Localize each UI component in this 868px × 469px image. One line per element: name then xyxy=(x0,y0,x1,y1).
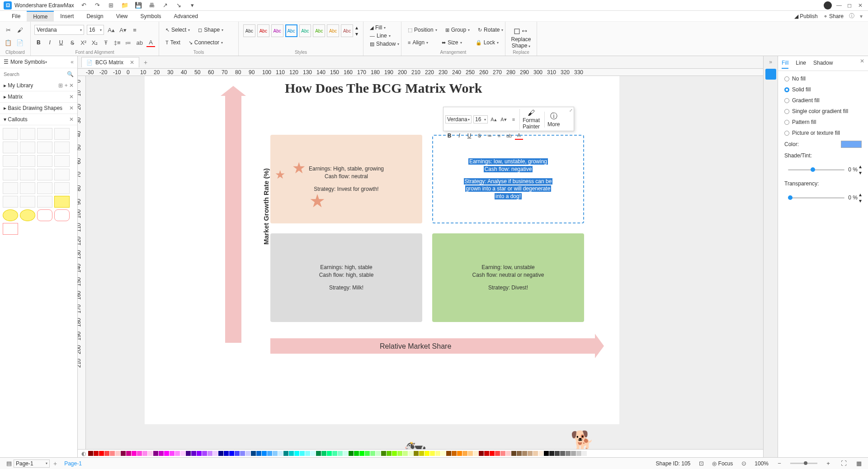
shape-thumb[interactable] xyxy=(20,209,35,221)
menu-view[interactable]: View xyxy=(110,11,134,21)
color-swatch[interactable] xyxy=(332,451,337,456)
rotate-button[interactable]: ↻ Rotate▾ xyxy=(475,26,506,34)
color-swatch[interactable] xyxy=(180,451,185,456)
color-swatch[interactable] xyxy=(425,451,429,456)
color-swatch[interactable] xyxy=(370,451,375,456)
open-icon[interactable]: 📁 xyxy=(120,1,129,10)
color-swatch[interactable] xyxy=(484,451,489,456)
x-axis-label[interactable]: Relative Market Share xyxy=(380,342,451,351)
color-swatch[interactable] xyxy=(587,451,592,456)
page-select[interactable]: Page-1▾ xyxy=(14,460,50,468)
styles-gallery[interactable]: Abc Abc Abc Abc Abc Abc Abc Abc ▴▾ xyxy=(242,24,359,38)
share-button[interactable]: ⚬ Share xyxy=(823,13,844,19)
color-swatch[interactable] xyxy=(88,451,93,456)
color-swatch[interactable] xyxy=(104,451,109,456)
color-swatch[interactable] xyxy=(300,451,305,456)
ft-increase-icon[interactable]: A▴ xyxy=(490,115,498,123)
connector-button[interactable]: ↘ Connector ▾ xyxy=(186,38,226,47)
subscript-icon[interactable]: X₂ xyxy=(90,38,99,47)
shape-thumb[interactable] xyxy=(37,155,52,167)
style-8[interactable]: Abc xyxy=(341,24,353,37)
radio-solid-fill[interactable]: Solid fill xyxy=(784,86,862,93)
color-swatch[interactable] xyxy=(343,451,348,456)
quadrant-question[interactable]: Earnings: low, unstable, growing Cash fl… xyxy=(432,135,584,223)
color-swatch[interactable] xyxy=(403,451,408,456)
shape-thumb[interactable] xyxy=(3,182,18,194)
ft-size[interactable]: 16▾ xyxy=(473,115,488,123)
color-swatch[interactable] xyxy=(311,451,316,456)
shape-thumb[interactable] xyxy=(37,142,52,153)
shade-up-icon[interactable]: ▴ xyxy=(859,163,862,170)
color-swatch[interactable] xyxy=(560,451,565,456)
my-library-section[interactable]: ▸ My Library⊞ + ✕ xyxy=(0,80,77,91)
color-swatch[interactable] xyxy=(294,451,299,456)
color-swatch[interactable] xyxy=(327,451,332,456)
zoom-out-icon[interactable]: − xyxy=(775,459,784,468)
shape-thumb[interactable] xyxy=(54,209,70,221)
color-swatch[interactable] xyxy=(213,451,218,456)
color-swatch[interactable] xyxy=(365,451,370,456)
size-select[interactable]: 16▾ xyxy=(87,25,104,35)
color-swatch[interactable] xyxy=(186,451,191,456)
y-axis-label[interactable]: Market Growth Rate (%) xyxy=(262,168,270,245)
color-swatch[interactable] xyxy=(338,451,343,456)
shape-thumb[interactable] xyxy=(20,128,35,140)
style-7[interactable]: Abc xyxy=(327,24,339,37)
shape-thumb[interactable] xyxy=(20,196,35,208)
color-swatch[interactable] xyxy=(289,451,294,456)
expand-right-icon[interactable]: » xyxy=(769,59,772,65)
menu-advanced[interactable]: Advanced xyxy=(168,11,204,21)
tab-shadow[interactable]: Shadow xyxy=(813,58,833,69)
color-swatch[interactable] xyxy=(397,451,402,456)
italic-icon[interactable]: I xyxy=(46,38,54,47)
color-swatch[interactable] xyxy=(462,451,467,456)
shape-thumb[interactable] xyxy=(54,155,70,167)
shape-thumb[interactable] xyxy=(3,196,18,208)
color-swatch[interactable] xyxy=(490,451,495,456)
menu-file[interactable]: File xyxy=(5,11,27,21)
linespacing-icon[interactable]: ‡≡ xyxy=(113,38,122,47)
color-swatch[interactable] xyxy=(170,451,175,456)
shape-thumb[interactable] xyxy=(3,169,18,180)
shape-thumb[interactable] xyxy=(20,182,35,194)
color-bar[interactable]: ◐ xyxy=(78,449,763,457)
bold-icon[interactable]: B xyxy=(34,38,43,47)
color-swatch[interactable] xyxy=(441,451,446,456)
color-swatch[interactable] xyxy=(500,451,505,456)
color-swatch[interactable] xyxy=(506,451,511,456)
color-swatch[interactable] xyxy=(159,451,164,456)
search-input[interactable] xyxy=(4,71,67,77)
shape-thumb[interactable] xyxy=(54,128,70,140)
color-picker-icon[interactable]: ◐ xyxy=(81,450,86,457)
font-color-icon[interactable]: A xyxy=(146,38,155,47)
y-axis-arrow[interactable] xyxy=(225,94,241,343)
ft-pin-icon[interactable]: ⤢ xyxy=(569,108,573,113)
shade-slider[interactable] xyxy=(788,169,844,171)
export-icon[interactable]: ↗ xyxy=(161,1,170,10)
more-qat-icon[interactable]: ▾ xyxy=(188,1,197,10)
quadrant-cows[interactable]: Earnings: high, stable Cash flow: high, … xyxy=(270,233,422,322)
color-swatch[interactable] xyxy=(414,451,419,456)
radio-single-gradient[interactable]: Single color gradient fill xyxy=(784,108,862,114)
color-swatch[interactable] xyxy=(549,451,554,456)
ft-strike-icon[interactable]: S̶ xyxy=(475,132,483,140)
color-swatch[interactable] xyxy=(479,451,484,456)
color-swatch[interactable] xyxy=(175,451,180,456)
size-button[interactable]: ⬌ Size▾ xyxy=(439,38,464,47)
quadrant-stars[interactable]: Earnings: High, stable, growing Cash flo… xyxy=(270,135,422,223)
color-swatch[interactable] xyxy=(94,451,99,456)
ft-color-icon[interactable]: A xyxy=(515,132,523,140)
style-6[interactable]: Abc xyxy=(313,24,325,37)
shape-thumb[interactable] xyxy=(20,169,35,180)
menu-insert[interactable]: Insert xyxy=(54,11,80,21)
format-painter-icon[interactable]: 🖌 xyxy=(15,25,24,34)
color-swatch[interactable] xyxy=(517,451,522,456)
color-swatch[interactable] xyxy=(110,451,115,456)
color-swatch[interactable] xyxy=(164,451,169,456)
diagram-title[interactable]: How Does The BCG Matrix Work xyxy=(285,81,482,96)
zoom-slider[interactable] xyxy=(790,463,817,464)
canvas[interactable]: How Does The BCG Matrix Work Market Grow… xyxy=(86,76,763,449)
color-swatch[interactable] xyxy=(359,451,364,456)
fit-icon[interactable]: ⊙ xyxy=(739,459,748,468)
zoom-in-icon[interactable]: + xyxy=(824,459,833,468)
